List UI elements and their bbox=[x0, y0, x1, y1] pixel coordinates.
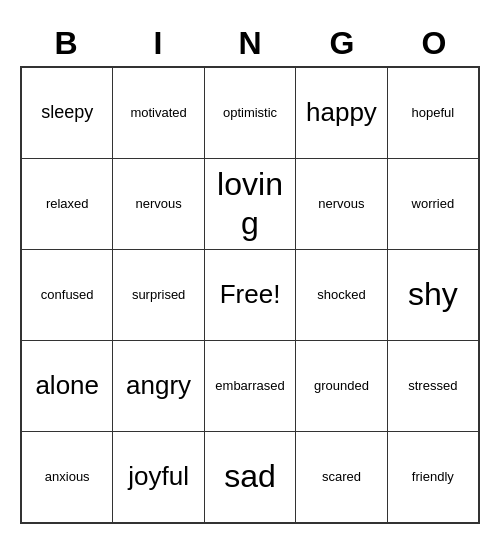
bingo-cell: angry bbox=[113, 341, 204, 431]
bingo-row: relaxednervouslovingnervousworried bbox=[22, 159, 478, 250]
cell-text: shy bbox=[408, 275, 458, 313]
bingo-cell: happy bbox=[296, 68, 387, 158]
header-letter: G bbox=[296, 21, 388, 66]
cell-text: angry bbox=[126, 370, 191, 401]
cell-text: friendly bbox=[412, 469, 454, 485]
cell-text: happy bbox=[306, 97, 377, 128]
cell-text: alone bbox=[35, 370, 99, 401]
bingo-cell: nervous bbox=[113, 159, 204, 249]
header-letter: B bbox=[20, 21, 112, 66]
bingo-row: confusedsurprisedFree!shockedshy bbox=[22, 250, 478, 341]
cell-text: grounded bbox=[314, 378, 369, 394]
bingo-cell: confused bbox=[22, 250, 113, 340]
bingo-cell: embarrased bbox=[205, 341, 296, 431]
bingo-cell: loving bbox=[205, 159, 296, 249]
bingo-cell: joyful bbox=[113, 432, 204, 522]
bingo-cell: surprised bbox=[113, 250, 204, 340]
bingo-cell: friendly bbox=[388, 432, 478, 522]
cell-text: shocked bbox=[317, 287, 365, 303]
cell-text: optimistic bbox=[223, 105, 277, 121]
cell-text: Free! bbox=[220, 279, 281, 310]
header-letter: I bbox=[112, 21, 204, 66]
bingo-cell: shocked bbox=[296, 250, 387, 340]
cell-text: surprised bbox=[132, 287, 185, 303]
header-letter: O bbox=[388, 21, 480, 66]
bingo-card: BINGO sleepymotivatedoptimistichappyhope… bbox=[10, 11, 490, 534]
bingo-grid: sleepymotivatedoptimistichappyhopefulrel… bbox=[20, 66, 480, 524]
cell-text: scared bbox=[322, 469, 361, 485]
bingo-cell: sleepy bbox=[22, 68, 113, 158]
cell-text: sleepy bbox=[41, 102, 93, 124]
cell-text: loving bbox=[209, 165, 291, 242]
bingo-cell: grounded bbox=[296, 341, 387, 431]
cell-text: stressed bbox=[408, 378, 457, 394]
bingo-cell: worried bbox=[388, 159, 478, 249]
cell-text: joyful bbox=[128, 461, 189, 492]
cell-text: nervous bbox=[135, 196, 181, 212]
bingo-cell: scared bbox=[296, 432, 387, 522]
bingo-cell: motivated bbox=[113, 68, 204, 158]
cell-text: embarrased bbox=[215, 378, 284, 394]
bingo-cell: stressed bbox=[388, 341, 478, 431]
cell-text: hopeful bbox=[412, 105, 455, 121]
bingo-cell: alone bbox=[22, 341, 113, 431]
bingo-cell: relaxed bbox=[22, 159, 113, 249]
cell-text: relaxed bbox=[46, 196, 89, 212]
cell-text: worried bbox=[412, 196, 455, 212]
cell-text: sad bbox=[224, 457, 276, 495]
bingo-cell: shy bbox=[388, 250, 478, 340]
cell-text: anxious bbox=[45, 469, 90, 485]
bingo-cell: hopeful bbox=[388, 68, 478, 158]
header-letter: N bbox=[204, 21, 296, 66]
bingo-header: BINGO bbox=[20, 21, 480, 66]
bingo-cell: Free! bbox=[205, 250, 296, 340]
bingo-row: anxiousjoyfulsadscaredfriendly bbox=[22, 432, 478, 522]
bingo-cell: nervous bbox=[296, 159, 387, 249]
bingo-row: aloneangryembarrasedgroundedstressed bbox=[22, 341, 478, 432]
bingo-row: sleepymotivatedoptimistichappyhopeful bbox=[22, 68, 478, 159]
cell-text: nervous bbox=[318, 196, 364, 212]
cell-text: motivated bbox=[130, 105, 186, 121]
cell-text: confused bbox=[41, 287, 94, 303]
bingo-cell: optimistic bbox=[205, 68, 296, 158]
bingo-cell: anxious bbox=[22, 432, 113, 522]
bingo-cell: sad bbox=[205, 432, 296, 522]
